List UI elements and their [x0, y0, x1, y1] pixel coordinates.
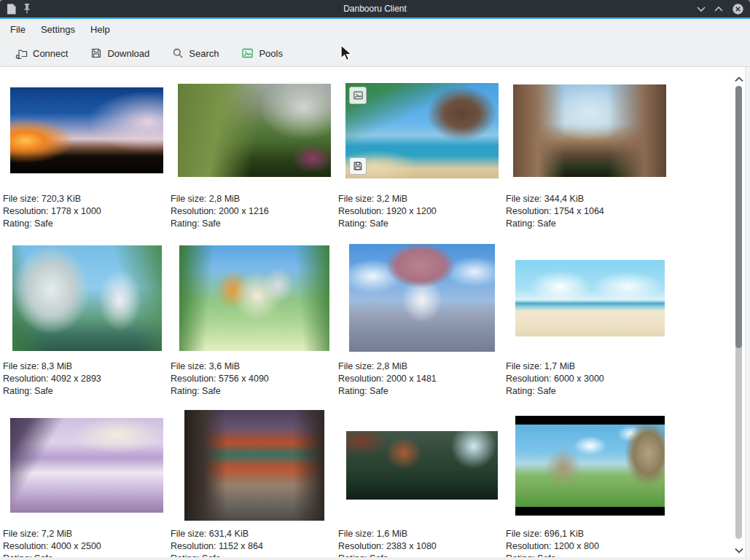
gallery-item: File size: 1,7 MiBResolution: 6000 x 300… [506, 242, 673, 409]
toolbar-button-label: Connect [33, 48, 68, 59]
picture-icon [353, 90, 364, 100]
resolution-text: Resolution: 2383 x 1080 [338, 540, 506, 553]
toolbar-button-label: Download [107, 48, 149, 59]
thumbnail-image[interactable] [10, 418, 163, 513]
thumbnail-box [506, 409, 673, 521]
file-size-text: File size: 7,2 MiB [3, 528, 171, 540]
gallery-item: File size: 1,6 MiBResolution: 2383 x 108… [338, 409, 506, 560]
image-metadata: File size: 3,6 MiBResolution: 5756 x 409… [171, 360, 338, 398]
window-controls [598, 3, 744, 15]
thumbnail-image[interactable] [184, 410, 324, 521]
thumbnail-box [3, 242, 171, 354]
thumbnail-image[interactable] [10, 87, 163, 173]
download-button[interactable]: Download [87, 44, 153, 62]
gallery-item: File size: 3,6 MiBResolution: 5756 x 409… [171, 242, 338, 409]
file-size-text: File size: 720,3 KiB [3, 193, 171, 205]
scroll-up-arrow-icon[interactable] [735, 72, 743, 85]
resolution-text: Resolution: 1754 x 1064 [506, 205, 673, 218]
thumbnail-image[interactable] [515, 260, 665, 336]
minimize-button[interactable] [697, 6, 706, 12]
rating-text: Rating: Safe [506, 385, 673, 398]
view-image-button[interactable] [349, 87, 367, 104]
app-icon[interactable] [6, 3, 17, 15]
resolution-text: Resolution: 1200 x 800 [506, 540, 673, 553]
pools-button[interactable]: Pools [238, 44, 286, 62]
thumbnail-box [338, 409, 506, 521]
image-metadata: File size: 696,1 KiBResolution: 1200 x 8… [506, 528, 673, 560]
thumbnail-box [338, 74, 506, 186]
resolution-text: Resolution: 4092 x 2893 [3, 373, 171, 385]
rating-text: Rating: Safe [171, 385, 338, 398]
gallery-item: File size: 344,4 KiBResolution: 1754 x 1… [506, 74, 673, 242]
scroll-down-arrow-icon[interactable] [735, 543, 743, 556]
file-size-text: File size: 2,8 MiB [171, 193, 338, 205]
save-image-button[interactable] [349, 157, 367, 175]
thumbnail-image[interactable] [178, 84, 331, 177]
connect-icon [15, 47, 28, 59]
rating-text: Rating: Safe [171, 218, 338, 230]
toolbar-button-label: Pools [259, 48, 283, 59]
image-metadata: File size: 1,6 MiBResolution: 2383 x 108… [338, 528, 506, 560]
thumbnail-image[interactable] [12, 245, 162, 351]
resolution-text: Resolution: 2000 x 1216 [171, 205, 338, 218]
file-size-text: File size: 631,4 KiB [171, 528, 338, 540]
gallery-item: File size: 631,4 KiBResolution: 1152 x 8… [171, 409, 338, 560]
menu-item-help[interactable]: Help [90, 22, 110, 37]
image-metadata: File size: 1,7 MiBResolution: 6000 x 300… [506, 360, 673, 398]
app-window: Danbooru Client FileSettingsHelp Connect… [0, 0, 750, 560]
thumbnail-image[interactable] [179, 245, 329, 351]
menu-item-settings[interactable]: Settings [41, 22, 75, 37]
thumbnail-box [171, 74, 338, 186]
resolution-text: Resolution: 2000 x 1481 [338, 373, 506, 385]
search-icon [172, 47, 184, 59]
thumbnail-image[interactable] [513, 84, 666, 177]
save-icon [90, 47, 102, 59]
file-size-text: File size: 3,6 MiB [171, 360, 338, 373]
image-metadata: File size: 2,8 MiBResolution: 2000 x 148… [338, 360, 506, 398]
menubar: FileSettingsHelp [0, 19, 750, 40]
save-icon [353, 161, 363, 171]
rating-text: Rating: Safe [338, 218, 506, 230]
pin-icon[interactable] [23, 3, 31, 15]
menu-item-file[interactable]: File [10, 22, 26, 37]
thumbnail-image[interactable] [349, 244, 495, 352]
thumbnail-box [3, 409, 171, 521]
toolbar-button-label: Search [189, 48, 219, 59]
gallery-item: File size: 720,3 KiBResolution: 1778 x 1… [3, 74, 171, 242]
resolution-text: Resolution: 4000 x 2500 [3, 540, 171, 553]
connect-button[interactable]: Connect [12, 44, 71, 62]
titlebar[interactable]: Danbooru Client [0, 0, 750, 19]
thumbnail-box [506, 242, 673, 354]
file-size-text: File size: 344,4 KiB [506, 193, 673, 205]
resolution-text: Resolution: 1920 x 1200 [338, 205, 506, 218]
gallery-item: File size: 7,2 MiBResolution: 4000 x 250… [3, 409, 171, 560]
image-metadata: File size: 8,3 MiBResolution: 4092 x 289… [3, 360, 171, 398]
image-metadata: File size: 2,8 MiBResolution: 2000 x 121… [171, 193, 338, 231]
scrollbar-thumb[interactable] [735, 86, 742, 348]
file-size-text: File size: 3,2 MiB [338, 193, 506, 205]
gallery-item: File size: 2,8 MiBResolution: 2000 x 121… [171, 74, 338, 242]
gallery-item: File size: 2,8 MiBResolution: 2000 x 148… [338, 242, 506, 409]
image-metadata: File size: 3,2 MiBResolution: 1920 x 120… [338, 193, 506, 231]
close-button[interactable] [732, 3, 744, 15]
file-size-text: File size: 696,1 KiB [506, 528, 673, 540]
rating-text: Rating: Safe [338, 385, 506, 398]
resolution-text: Resolution: 5756 x 4090 [171, 373, 338, 385]
content-area: File size: 720,3 KiBResolution: 1778 x 1… [0, 67, 750, 560]
thumbnail-image[interactable] [345, 83, 499, 178]
resolution-text: Resolution: 6000 x 3000 [506, 373, 673, 385]
titlebar-left [6, 3, 152, 15]
thumbnail-image[interactable] [346, 431, 498, 500]
file-size-text: File size: 1,6 MiB [338, 528, 506, 540]
gallery-item: File size: 8,3 MiBResolution: 4092 x 289… [3, 242, 171, 409]
search-button[interactable]: Search [168, 44, 222, 62]
rating-text: Rating: Safe [3, 218, 171, 230]
toolbar: ConnectDownloadSearchPools [0, 40, 750, 67]
file-size-text: File size: 8,3 MiB [3, 360, 171, 373]
image-metadata: File size: 631,4 KiBResolution: 1152 x 8… [171, 528, 338, 560]
maximize-button[interactable] [714, 6, 723, 12]
gallery-item: File size: 696,1 KiBResolution: 1200 x 8… [506, 409, 673, 560]
resolution-text: Resolution: 1152 x 864 [171, 540, 338, 553]
thumbnail-image[interactable] [515, 416, 665, 516]
thumbnail-box [3, 74, 171, 186]
